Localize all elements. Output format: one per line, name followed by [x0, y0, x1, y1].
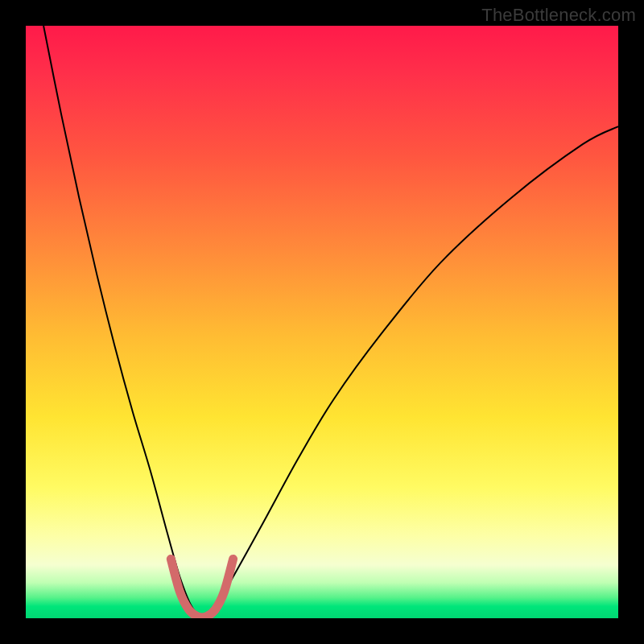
bottleneck-curve-path [43, 26, 618, 618]
plot-area [26, 26, 618, 618]
minimum-marker-path [171, 559, 233, 617]
chart-frame: TheBottleneck.com [0, 0, 644, 644]
watermark-text: TheBottleneck.com [481, 5, 636, 26]
curve-layer [26, 26, 618, 618]
